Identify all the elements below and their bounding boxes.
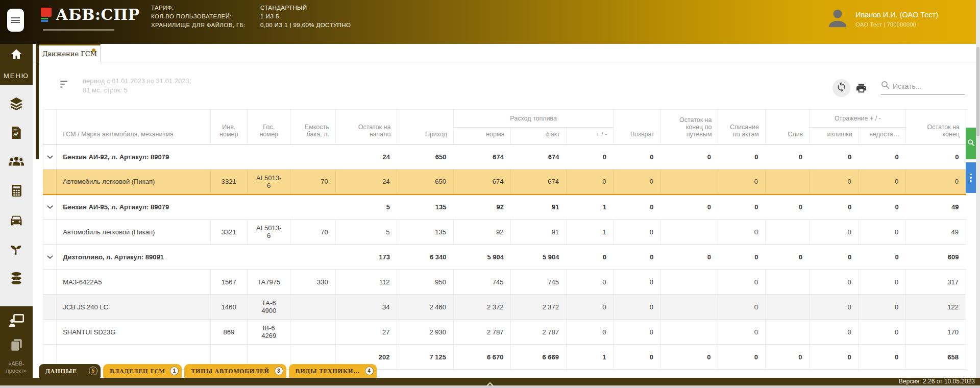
table-row-group[interactable]: Бензин АИ-92, л. Артикул: 89079 24 650 6… bbox=[43, 144, 966, 169]
bottom-tab-machinery-kinds[interactable]: ВИДЫ ТЕХНИКИ... 4 bbox=[289, 364, 377, 378]
cell-end: 0 bbox=[906, 144, 966, 169]
table-row[interactable]: JCB JS 240 LC 1460 ТА-6 4900 34 2 460 2 … bbox=[43, 295, 966, 320]
table-row[interactable]: Автомобиль легковой (Пикап) 3321 AI 5013… bbox=[43, 220, 966, 245]
sidebar-item-calculator[interactable] bbox=[0, 177, 33, 206]
row-expander[interactable] bbox=[43, 144, 57, 169]
tab-fuel-movement[interactable]: Движение ГСМ bbox=[39, 44, 101, 62]
column-header-writeoff[interactable]: Списание по актам bbox=[718, 110, 765, 144]
cell-writeoff: 0 bbox=[718, 169, 765, 195]
column-header-drain[interactable]: Слив bbox=[765, 110, 809, 144]
column-header-surplus[interactable]: излишки bbox=[810, 128, 859, 144]
column-header-norm[interactable]: норма bbox=[453, 128, 511, 144]
table-row-group[interactable]: Дизтопливо, л. Артикул: 89091 173 6 340 … bbox=[43, 245, 966, 270]
tab-strip bbox=[33, 44, 980, 62]
refresh-button[interactable] bbox=[832, 79, 850, 97]
car-icon bbox=[9, 213, 23, 229]
sidebar-item-database[interactable] bbox=[0, 264, 33, 294]
bottom-tab-label: ВИДЫ ТЕХНИКИ... bbox=[296, 368, 360, 374]
search-input[interactable] bbox=[893, 82, 958, 90]
content-left-accent bbox=[36, 44, 39, 159]
column-header-diff[interactable]: + / - bbox=[567, 128, 614, 144]
table-row-selected[interactable]: Автомобиль легковой (Пикап) 3321 AI 5013… bbox=[43, 169, 966, 195]
print-button[interactable] bbox=[855, 82, 867, 96]
report-icon bbox=[10, 126, 22, 141]
column-header-tank[interactable]: Емкость бака, л. bbox=[290, 110, 335, 144]
period-line2: 81 мс, строк: 5 bbox=[83, 86, 191, 95]
column-group-reflection: Отражение + / - bbox=[810, 110, 906, 128]
cell-income: 650 bbox=[397, 169, 454, 195]
database-icon bbox=[10, 272, 23, 287]
header-expander bbox=[43, 110, 57, 144]
hamburger-menu-button[interactable] bbox=[7, 9, 24, 32]
cell-norm: 674 bbox=[453, 169, 511, 195]
search-icon bbox=[967, 139, 975, 149]
filter-button[interactable] bbox=[60, 81, 69, 90]
column-header-name[interactable]: ГСМ / Марка автомобиля, механизма bbox=[57, 110, 210, 144]
side-more-tab[interactable] bbox=[966, 162, 976, 193]
bottom-tab-vehicle-types[interactable]: ТИПЫ АВТОМОБИЛЕЙ 3 bbox=[184, 364, 286, 378]
sidebar-item-layers[interactable] bbox=[0, 90, 33, 119]
sidebar-item-agriculture[interactable] bbox=[0, 235, 33, 264]
row-expander[interactable] bbox=[43, 245, 57, 270]
cell-end: 0 bbox=[906, 169, 966, 195]
bottom-tab-fuel-owner[interactable]: ВЛАДЕЛЕЦ ГСМ 1 bbox=[103, 364, 182, 378]
cell-diff: 0 bbox=[567, 169, 614, 195]
total-end-waybill: 0 bbox=[660, 345, 718, 370]
bottom-tab-data[interactable]: ДАННЫЕ 5 bbox=[39, 364, 101, 378]
column-header-inv[interactable]: Инв. номер bbox=[210, 110, 247, 144]
cell-return: 0 bbox=[614, 169, 660, 195]
column-header-shortage[interactable]: недоста… bbox=[859, 128, 905, 144]
column-header-end[interactable]: Остаток на конец bbox=[906, 110, 966, 144]
sidebar-item-home[interactable] bbox=[0, 44, 33, 66]
cell-fact: 674 bbox=[511, 144, 567, 169]
sidebar-item-copies[interactable] bbox=[10, 338, 23, 354]
period-line1: период с 01.01.2023 по 31.01.2023; bbox=[83, 77, 191, 86]
bottom-tab-label: ДАННЫЕ bbox=[45, 368, 77, 374]
sidebar-item-users[interactable] bbox=[0, 148, 33, 177]
side-search-tab[interactable] bbox=[966, 128, 976, 159]
sidebar-item-training[interactable] bbox=[9, 313, 24, 330]
column-header-start[interactable]: Остаток на начало bbox=[335, 110, 397, 144]
bottom-tab-count-badge: 5 bbox=[89, 367, 97, 375]
calculator-icon bbox=[10, 184, 23, 199]
table-row-group[interactable]: Бензин АИ-95, л. Артикул: 89079 5 135 92… bbox=[43, 195, 966, 220]
user-menu[interactable]: Иванов И.И. (ОАО Тест) ОАО Тест | 700000… bbox=[826, 6, 938, 32]
storage-label: ХРАНИЛИЩЕ ДЛЯ ФАЙЛОВ, ГБ: bbox=[151, 22, 260, 28]
table-row[interactable]: МАЗ-6422А5 1567 ТА7975 330 112 950 745 7… bbox=[43, 270, 966, 295]
column-header-return[interactable]: Возврат bbox=[614, 110, 660, 144]
total-end: 658 bbox=[906, 345, 966, 370]
sidebar-item-vehicles[interactable] bbox=[0, 206, 33, 235]
column-header-end-waybill[interactable]: Остаток на конец по путевым bbox=[660, 110, 718, 144]
printer-icon bbox=[855, 87, 867, 95]
cell-start: 24 bbox=[335, 144, 397, 169]
search-field bbox=[881, 81, 965, 95]
vertical-scrollbar[interactable] bbox=[976, 0, 980, 385]
table-row[interactable]: SHANTUI SD23G 869 IВ-6 4269 27 2 930 2 7… bbox=[43, 320, 966, 345]
bottom-tab-label: ВЛАДЕЛЕЦ ГСМ bbox=[110, 368, 165, 374]
user-org: ОАО Тест | 700000000 bbox=[855, 21, 938, 28]
bottom-tab-count-badge: 3 bbox=[275, 367, 283, 375]
cell-shortage: 0 bbox=[859, 144, 905, 169]
users-count-label: КОЛ-ВО ПОЛЬЗОВАТЕЛЕЙ: bbox=[151, 13, 260, 19]
total-income: 7 125 bbox=[397, 345, 454, 370]
scrollbar-thumb[interactable] bbox=[976, 47, 979, 136]
cell-surplus: 0 bbox=[810, 169, 859, 195]
column-header-gov[interactable]: Гос. номер bbox=[247, 110, 290, 144]
sidebar-item-reports[interactable] bbox=[0, 119, 33, 148]
column-header-fact[interactable]: факт bbox=[511, 128, 567, 144]
period-summary: период с 01.01.2023 по 31.01.2023; 81 мс… bbox=[83, 77, 191, 95]
column-header-income[interactable]: Приход bbox=[397, 110, 454, 144]
cell-start: 24 bbox=[335, 169, 397, 195]
hamburger-icon bbox=[11, 16, 20, 24]
column-group-fuel-consumption: Расход топлива bbox=[453, 110, 614, 128]
sidebar-menu-label: МЕНЮ bbox=[0, 66, 33, 85]
home-icon bbox=[10, 48, 22, 62]
fuel-movement-table: ГСМ / Марка автомобиля, механизма Инв. н… bbox=[43, 109, 966, 370]
total-shortage: 0 bbox=[859, 345, 905, 370]
filter-icon bbox=[60, 81, 69, 90]
cell-norm: 674 bbox=[453, 144, 511, 169]
total-diff: 1 bbox=[567, 345, 614, 370]
row-expander[interactable] bbox=[43, 195, 57, 220]
tariff-label: ТАРИФ: bbox=[151, 5, 260, 11]
cell-writeoff: 0 bbox=[718, 144, 765, 169]
